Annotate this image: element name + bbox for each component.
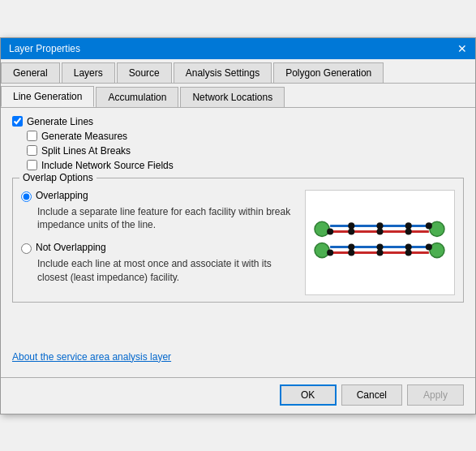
tab-line-generation[interactable]: Line Generation: [1, 86, 94, 107]
include-network-row: Include Network Source Fields: [27, 160, 464, 171]
tabs-row1: General Layers Source Analysis Settings …: [1, 59, 475, 84]
svg-point-8: [348, 228, 354, 234]
generate-lines-checkbox[interactable]: [12, 116, 23, 127]
svg-point-10: [405, 228, 412, 234]
cancel-button[interactable]: Cancel: [341, 384, 402, 406]
overlap-content: Overlapping Include a separate line feat…: [21, 185, 455, 295]
svg-point-9: [376, 228, 383, 234]
svg-point-20: [348, 249, 354, 256]
tabs-row2: Line Generation Accumulation Network Loc…: [1, 84, 475, 108]
tab-source[interactable]: Source: [117, 62, 172, 83]
overlap-legend: Overlap Options: [19, 172, 96, 183]
include-network-checkbox[interactable]: [27, 160, 37, 170]
generate-measures-row: Generate Measures: [27, 131, 464, 142]
apply-button[interactable]: Apply: [407, 384, 464, 406]
svg-point-4: [348, 222, 354, 229]
svg-point-13: [430, 243, 444, 257]
ok-button[interactable]: OK: [280, 384, 337, 406]
not-overlapping-desc: Include each line at most once and assoc…: [37, 257, 297, 285]
overlapping-radio-row: Overlapping: [21, 190, 297, 202]
tab-layers[interactable]: Layers: [62, 62, 115, 83]
generate-lines-row: Generate Lines: [12, 116, 464, 127]
generate-measures-checkbox[interactable]: [27, 131, 37, 141]
diagram-box: [305, 190, 455, 295]
include-network-label: Include Network Source Fields: [41, 160, 174, 171]
tab-polygon-generation[interactable]: Polygon Generation: [273, 62, 384, 83]
generate-lines-label: Generate Lines: [27, 116, 93, 127]
window-title: Layer Properties: [9, 43, 80, 54]
svg-point-11: [327, 228, 333, 234]
svg-point-21: [376, 249, 383, 256]
about-link[interactable]: About the service area analysis layer: [12, 351, 171, 363]
svg-point-12: [315, 243, 329, 257]
not-overlapping-label: Not Overlapping: [36, 242, 106, 253]
main-content: Generate Lines Generate Measures Split L…: [1, 108, 475, 377]
footer: OK Cancel Apply: [1, 377, 475, 414]
tab-network-locations[interactable]: Network Locations: [180, 87, 285, 107]
tab-general[interactable]: General: [1, 62, 60, 83]
svg-point-23: [327, 249, 333, 256]
title-bar: Layer Properties ✕: [1, 38, 475, 59]
svg-point-17: [376, 243, 383, 250]
svg-point-5: [376, 222, 383, 229]
overlap-options-section: Overlap Options Overlapping Include a se…: [12, 178, 464, 303]
split-lines-row: Split Lines At Breaks: [27, 145, 464, 157]
overlap-options: Overlapping Include a separate line feat…: [21, 190, 297, 295]
svg-point-1: [430, 221, 444, 236]
not-overlapping-radio[interactable]: [21, 243, 32, 254]
svg-point-0: [315, 221, 329, 236]
split-lines-label: Split Lines At Breaks: [41, 145, 131, 157]
svg-point-18: [405, 243, 412, 250]
overlapping-diagram: [311, 195, 449, 285]
overlapping-radio[interactable]: [21, 191, 32, 202]
layer-properties-window: Layer Properties ✕ General Layers Source…: [0, 37, 476, 414]
tab-accumulation[interactable]: Accumulation: [96, 87, 178, 107]
overlapping-desc: Include a separate line feature for each…: [37, 205, 297, 233]
overlapping-label: Overlapping: [36, 190, 88, 201]
generate-measures-label: Generate Measures: [41, 131, 127, 142]
link-area: About the service area analysis layer: [12, 303, 464, 369]
svg-point-22: [405, 249, 412, 256]
svg-point-16: [348, 243, 354, 250]
svg-point-19: [426, 243, 432, 250]
svg-point-6: [405, 222, 412, 229]
split-lines-checkbox[interactable]: [27, 145, 37, 156]
svg-point-7: [426, 222, 432, 229]
not-overlapping-radio-row: Not Overlapping: [21, 242, 297, 254]
tab-analysis-settings[interactable]: Analysis Settings: [174, 62, 272, 83]
close-button[interactable]: ✕: [457, 43, 467, 54]
